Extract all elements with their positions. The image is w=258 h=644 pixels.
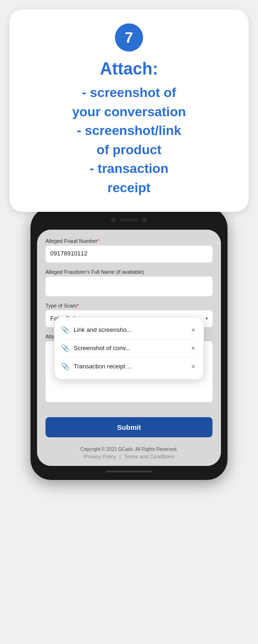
attach-line1: - screenshot of [82, 85, 176, 100]
phone-notch [99, 214, 159, 226]
form-area: Alleged Fraud Number* 09178910112 Allege… [37, 230, 221, 417]
attach-line4: of product [97, 142, 161, 157]
footer-copyright: Copyright © 2021 GCash. All Rights Reser… [42, 447, 216, 452]
step-circle: 7 [115, 23, 143, 52]
fraudster-name-label: Alleged Fraudster's Full Name (if availa… [46, 269, 212, 275]
privacy-policy-link[interactable]: Privacy Policy [84, 454, 116, 459]
attach-items: - screenshot of your conversation - scre… [19, 83, 239, 198]
scam-type-label: Type of Scam* [46, 303, 212, 308]
attach-line2: your conversation [72, 105, 186, 119]
attachment-name-3: Transaction receipt ... [74, 363, 132, 370]
select-arrow-icon: ▾ [205, 316, 208, 321]
notch-camera [111, 217, 116, 222]
attachment-popup: 📎 Link and screensho... × 📎 Screenshot o… [54, 317, 204, 380]
clip-icon-3: 📎 [61, 362, 70, 371]
phone-footer: Copyright © 2021 GCash. All Rights Reser… [37, 442, 221, 466]
footer-links: Privacy Policy | Terms and Conditions [42, 454, 216, 459]
clip-icon-2: 📎 [61, 344, 70, 352]
attach-line6: receipt [107, 180, 151, 195]
phone-screen: Alleged Fraud Number* 09178910112 Allege… [37, 230, 221, 466]
submit-area: Submit [37, 417, 221, 442]
attachment-name-2: Screenshot of conv... [74, 344, 130, 352]
attachment-close-2[interactable]: × [190, 344, 197, 352]
step-number: 7 [125, 29, 133, 46]
attachment-item-2: 📎 Screenshot of conv... × [61, 339, 197, 358]
terms-conditions-link[interactable]: Terms and Conditions [124, 454, 174, 459]
clip-icon-1: 📎 [61, 326, 70, 334]
notch-camera2 [142, 217, 147, 222]
attach-line3: - screenshot/link [77, 123, 182, 138]
fraud-number-label: Alleged Fraud Number* [46, 238, 212, 244]
attach-title: Attach: [19, 59, 239, 79]
phone-mockup: Alleged Fraud Number* 09178910112 Allege… [30, 207, 228, 480]
footer-separator: | [120, 454, 121, 459]
attachment-name-1: Link and screensho... [74, 326, 132, 333]
instruction-card: 7 Attach: - screenshot of your conversat… [9, 9, 249, 212]
attachment-item-1: 📎 Link and screensho... × [61, 321, 197, 339]
submit-button[interactable]: Submit [46, 417, 212, 437]
attachment-close-3[interactable]: × [190, 363, 197, 370]
attachment-dropzone[interactable]: Add file or drop files here 📎 Link and s… [46, 341, 212, 402]
phone-home-bar [106, 471, 152, 472]
notch-speaker [120, 218, 138, 221]
attachment-close-1[interactable]: × [190, 326, 197, 334]
fraud-number-input[interactable]: 09178910112 [46, 246, 212, 262]
attach-line5: - transaction [90, 161, 168, 176]
attachment-item-3: 📎 Transaction receipt ... × [61, 358, 197, 375]
fraudster-name-input[interactable] [46, 277, 212, 296]
phone-notch-bar [37, 214, 221, 226]
